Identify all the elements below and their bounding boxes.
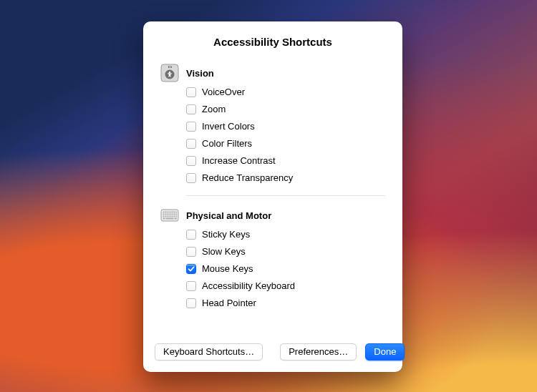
option-reduce-transparency[interactable]: Reduce Transparency (186, 172, 385, 184)
checkbox-slow-keys[interactable] (186, 247, 196, 257)
section-header-physical-motor: Physical and Motor (160, 206, 385, 225)
svg-point-5 (169, 72, 170, 73)
svg-rect-26 (174, 216, 175, 217)
option-label: Mouse Keys (202, 263, 253, 275)
accessibility-icon (160, 64, 179, 82)
svg-rect-23 (168, 216, 169, 217)
option-label: Slow Keys (202, 246, 246, 258)
svg-rect-19 (174, 214, 175, 215)
option-label: Sticky Keys (202, 229, 250, 240)
option-label: Head Pointer (202, 298, 256, 309)
option-mouse-keys[interactable]: Mouse Keys (186, 263, 385, 275)
svg-rect-11 (172, 212, 173, 213)
svg-rect-9 (168, 212, 169, 213)
svg-rect-30 (175, 218, 178, 220)
svg-rect-6 (161, 210, 178, 221)
svg-rect-28 (163, 218, 165, 220)
panel-title: Accessibility Shortcuts (143, 36, 402, 48)
option-label: Invert Colors (202, 121, 255, 132)
svg-rect-21 (163, 216, 165, 217)
svg-rect-18 (172, 214, 173, 215)
svg-rect-24 (170, 216, 171, 217)
svg-rect-27 (176, 216, 178, 217)
option-color-filters[interactable]: Color Filters (186, 138, 385, 150)
section-divider (186, 195, 385, 196)
checkbox-invert-colors[interactable] (186, 122, 196, 132)
svg-rect-8 (165, 212, 167, 213)
svg-rect-14 (163, 214, 165, 215)
option-label: Accessibility Keyboard (202, 280, 295, 292)
svg-rect-25 (172, 216, 173, 217)
section-physical-motor: Physical and Motor Sticky Keys Slow Keys (160, 206, 385, 309)
keyboard-icon (160, 206, 179, 225)
checkbox-color-filters[interactable] (186, 139, 196, 149)
option-label: Reduce Transparency (202, 172, 293, 184)
svg-rect-17 (170, 214, 171, 215)
svg-rect-1 (168, 66, 169, 68)
svg-rect-20 (176, 214, 178, 215)
option-label: Zoom (202, 104, 226, 115)
option-accessibility-keyboard[interactable]: Accessibility Keyboard (186, 280, 385, 292)
option-label: Increase Contrast (202, 155, 276, 167)
svg-rect-2 (170, 66, 170, 68)
checkbox-mouse-keys[interactable] (186, 264, 196, 274)
section-title-physical-motor: Physical and Motor (186, 210, 271, 221)
checkbox-voiceover[interactable] (186, 87, 196, 97)
options-vision: VoiceOver Zoom Invert Colors (186, 87, 385, 184)
done-button[interactable]: Done (365, 343, 405, 361)
checkbox-accessibility-keyboard[interactable] (186, 281, 196, 291)
option-voiceover[interactable]: VoiceOver (186, 87, 385, 98)
svg-rect-12 (174, 212, 175, 213)
svg-rect-7 (163, 212, 165, 213)
svg-rect-29 (166, 218, 174, 220)
svg-rect-15 (165, 214, 167, 215)
panel-footer: Keyboard Shortcuts… Preferences… Done (143, 333, 402, 372)
svg-rect-22 (165, 216, 167, 217)
option-label: VoiceOver (202, 87, 245, 98)
option-label: Color Filters (202, 138, 252, 150)
option-head-pointer[interactable]: Head Pointer (186, 298, 385, 309)
svg-rect-16 (168, 214, 169, 215)
section-title-vision: Vision (186, 68, 214, 79)
checkbox-reduce-transparency[interactable] (186, 173, 196, 183)
option-sticky-keys[interactable]: Sticky Keys (186, 229, 385, 240)
section-vision: Vision VoiceOver Zoom (160, 64, 385, 196)
option-increase-contrast[interactable]: Increase Contrast (186, 155, 385, 167)
checkbox-increase-contrast[interactable] (186, 156, 196, 166)
panel-body: Vision VoiceOver Zoom (143, 54, 402, 333)
checkbox-zoom[interactable] (186, 104, 196, 114)
svg-rect-10 (170, 212, 171, 213)
preferences-button[interactable]: Preferences… (280, 343, 357, 361)
section-header-vision: Vision (160, 64, 385, 82)
svg-rect-13 (176, 212, 178, 213)
option-slow-keys[interactable]: Slow Keys (186, 246, 385, 258)
options-physical-motor: Sticky Keys Slow Keys Mouse Keys (186, 229, 385, 309)
accessibility-shortcuts-panel: Accessibility Shortcuts Vision (143, 21, 402, 372)
option-zoom[interactable]: Zoom (186, 104, 385, 115)
checkbox-head-pointer[interactable] (186, 298, 196, 308)
checkbox-sticky-keys[interactable] (186, 230, 196, 240)
keyboard-shortcuts-button[interactable]: Keyboard Shortcuts… (155, 343, 263, 361)
svg-rect-3 (171, 67, 172, 69)
option-invert-colors[interactable]: Invert Colors (186, 121, 385, 132)
